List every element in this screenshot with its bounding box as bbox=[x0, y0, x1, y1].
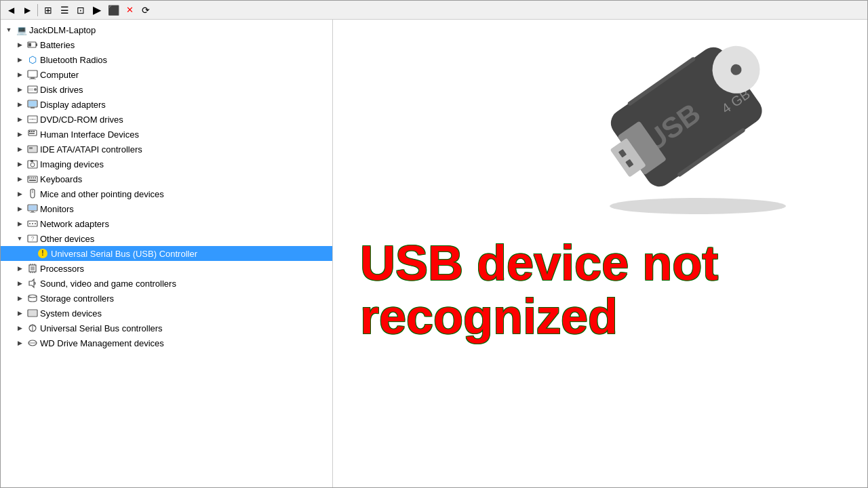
usb-illustration: USB 4 GB bbox=[583, 26, 813, 230]
device-manager-window: ◀ ▶ ⊞ ☰ ⊡ ▶ ⬛ ✕ ⟳ 💻 JackDLM-Laptop Ba bbox=[0, 0, 868, 488]
svg-point-38 bbox=[29, 223, 31, 224]
toolbar-btn-5[interactable]: ⬛ bbox=[106, 3, 121, 18]
mice-arrow[interactable] bbox=[14, 188, 25, 199]
tree-item-hid[interactable]: Human Interface Devices bbox=[1, 127, 332, 142]
batteries-label: Batteries bbox=[40, 40, 75, 50]
device-tree-panel[interactable]: 💻 JackDLM-Laptop Batteries ⬡ Bluetooth R… bbox=[1, 20, 333, 487]
tree-item-monitors[interactable]: Monitors bbox=[1, 201, 332, 216]
svg-rect-8 bbox=[28, 88, 33, 91]
processors-arrow[interactable] bbox=[14, 263, 25, 274]
bluetooth-label: Bluetooth Radios bbox=[40, 55, 107, 65]
tree-item-networkadapters[interactable]: Network adapters bbox=[1, 216, 332, 231]
tree-item-computer[interactable]: Computer bbox=[1, 67, 332, 82]
tree-item-ideata[interactable]: IDE ATA/ATAPI controllers bbox=[1, 142, 332, 157]
svg-point-39 bbox=[32, 223, 33, 224]
svg-point-7 bbox=[34, 88, 37, 91]
networkadapters-arrow[interactable] bbox=[14, 218, 25, 229]
svg-rect-25 bbox=[31, 160, 33, 162]
back-button[interactable]: ◀ bbox=[3, 3, 18, 18]
tree-root[interactable]: 💻 JackDLM-Laptop bbox=[1, 22, 332, 37]
bluetooth-arrow[interactable] bbox=[14, 54, 25, 65]
computer-arrow[interactable] bbox=[14, 69, 25, 80]
tree-item-bluetooth[interactable]: ⬡ Bluetooth Radios bbox=[1, 52, 332, 67]
hid-arrow[interactable] bbox=[14, 129, 25, 140]
hid-icon bbox=[27, 129, 38, 140]
laptop-icon: 💻 bbox=[16, 24, 27, 35]
usb-controller-arrow bbox=[25, 248, 36, 259]
toolbar-btn-7[interactable]: ⟳ bbox=[138, 3, 153, 18]
toolbar-btn-3[interactable]: ⊡ bbox=[73, 3, 88, 18]
svg-rect-26 bbox=[28, 176, 37, 182]
tree-item-mice[interactable]: Mice and other pointing devices bbox=[1, 186, 332, 201]
svg-point-40 bbox=[35, 223, 36, 224]
tree-item-diskdrives[interactable]: Disk drives bbox=[1, 82, 332, 97]
tree-item-processors[interactable]: Processors bbox=[1, 261, 332, 276]
svg-rect-28 bbox=[31, 178, 32, 179]
wdrive-label: WD Drive Management devices bbox=[40, 338, 164, 348]
diskdrives-arrow[interactable] bbox=[14, 84, 25, 95]
root-expand-arrow[interactable] bbox=[3, 24, 14, 35]
systemdevices-arrow[interactable] bbox=[14, 308, 25, 319]
storage-icon bbox=[27, 293, 38, 304]
diskdrives-icon bbox=[27, 84, 38, 95]
mice-label: Mice and other pointing devices bbox=[40, 189, 164, 199]
tree-item-wdrive[interactable]: WD Drive Management devices bbox=[1, 336, 332, 350]
dvdcdrom-label: DVD/CD-ROM drives bbox=[40, 115, 123, 125]
otherdevices-label: Other devices bbox=[40, 234, 94, 244]
usbcontrollers-label: Universal Serial Bus controllers bbox=[40, 323, 163, 333]
otherdevices-arrow[interactable] bbox=[14, 233, 25, 244]
tree-item-soundvideo[interactable]: Sound, video and game controllers bbox=[1, 276, 332, 291]
displayadapters-arrow[interactable] bbox=[14, 99, 25, 110]
svg-text:?: ? bbox=[31, 235, 34, 242]
tree-item-dvdcdrom[interactable]: DVD/CD-ROM drives bbox=[1, 112, 332, 127]
bluetooth-icon: ⬡ bbox=[27, 54, 38, 65]
systemdevices-icon bbox=[27, 308, 38, 319]
tree-item-imaging[interactable]: Imaging devices bbox=[1, 157, 332, 171]
soundvideo-arrow[interactable] bbox=[14, 278, 25, 289]
batteries-arrow[interactable] bbox=[14, 39, 25, 50]
ideata-label: IDE ATA/ATAPI controllers bbox=[40, 144, 142, 155]
tree-item-batteries[interactable]: Batteries bbox=[1, 37, 332, 52]
ideata-icon bbox=[27, 144, 38, 155]
svg-rect-18 bbox=[33, 131, 35, 132]
otherdevices-icon: ? bbox=[27, 233, 38, 244]
keyboards-icon bbox=[27, 174, 38, 184]
svg-rect-1 bbox=[36, 43, 37, 46]
toolbar-btn-6[interactable]: ✕ bbox=[122, 3, 137, 18]
svg-point-24 bbox=[31, 163, 35, 167]
tree-item-displayadapters[interactable]: Display adapters bbox=[1, 97, 332, 112]
computer-label: Computer bbox=[40, 70, 79, 80]
tree-item-systemdevices[interactable]: System devices bbox=[1, 306, 332, 321]
forward-button[interactable]: ▶ bbox=[20, 3, 35, 18]
batteries-icon bbox=[27, 39, 38, 50]
svg-rect-2 bbox=[28, 43, 31, 47]
processors-label: Processors bbox=[40, 264, 84, 274]
svg-marker-51 bbox=[29, 279, 34, 287]
keyboards-arrow[interactable] bbox=[14, 174, 25, 184]
tree-item-usbcontrollers[interactable]: Universal Serial Bus controllers bbox=[1, 321, 332, 336]
svg-rect-27 bbox=[28, 178, 30, 179]
tree-item-usb-controller[interactable]: ! Universal Serial Bus (USB) Controller bbox=[1, 246, 332, 261]
dvdcdrom-arrow[interactable] bbox=[14, 114, 25, 125]
monitors-icon bbox=[27, 203, 38, 214]
storage-label: Storage controllers bbox=[40, 293, 114, 304]
tree-item-storage[interactable]: Storage controllers bbox=[1, 291, 332, 306]
wdrive-arrow[interactable] bbox=[14, 338, 25, 348]
usb-controller-warning-icon: ! bbox=[38, 248, 49, 259]
usbcontrollers-arrow[interactable] bbox=[14, 323, 25, 333]
tree-item-keyboards[interactable]: Keyboards bbox=[1, 171, 332, 186]
toolbar-btn-4[interactable]: ▶ bbox=[90, 3, 104, 18]
svg-rect-31 bbox=[29, 180, 36, 181]
svg-point-14 bbox=[32, 119, 33, 120]
toolbar-btn-1[interactable]: ⊞ bbox=[41, 3, 56, 18]
monitors-arrow[interactable] bbox=[14, 203, 25, 214]
toolbar-btn-2[interactable]: ☰ bbox=[57, 3, 72, 18]
storage-arrow[interactable] bbox=[14, 293, 25, 304]
svg-rect-19 bbox=[29, 133, 35, 134]
svg-rect-3 bbox=[28, 70, 37, 77]
imaging-arrow[interactable] bbox=[14, 159, 25, 169]
tree-item-otherdevices[interactable]: ? Other devices bbox=[1, 231, 332, 246]
ideata-arrow[interactable] bbox=[14, 144, 25, 155]
computer-icon bbox=[27, 69, 38, 80]
usb-error-line1: USB device not bbox=[360, 236, 718, 290]
